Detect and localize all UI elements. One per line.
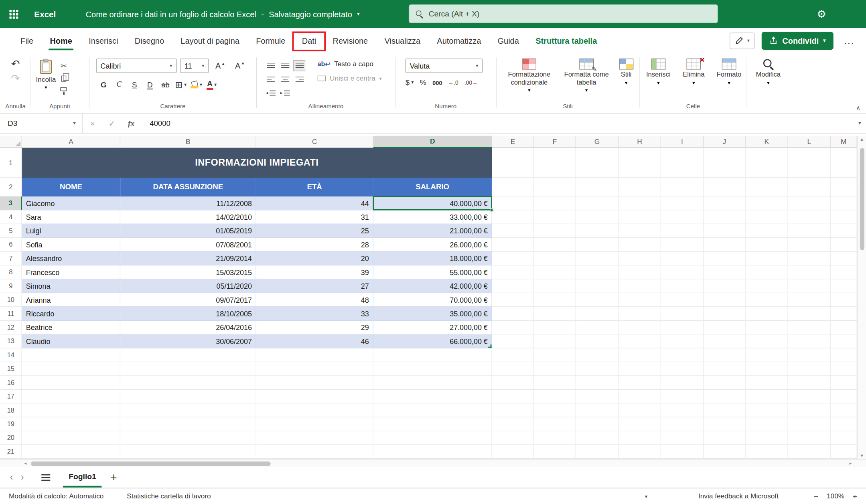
cell-F5[interactable]	[534, 224, 576, 238]
cell-H6[interactable]	[619, 238, 661, 251]
column-header-K[interactable]: K	[746, 136, 788, 148]
increase-font-button[interactable]: A▲	[212, 61, 229, 70]
cell-F4[interactable]	[534, 211, 576, 224]
underline-button[interactable]: S	[127, 78, 142, 91]
cell-C16[interactable]	[256, 376, 373, 390]
cell-C19[interactable]	[256, 417, 373, 431]
cell-I2[interactable]	[661, 178, 704, 196]
cell-F2[interactable]	[534, 178, 576, 196]
cell-F6[interactable]	[534, 238, 576, 251]
cell-L3[interactable]	[788, 196, 831, 210]
thousands-format-button[interactable]: 000	[432, 79, 442, 86]
column-header-H[interactable]: H	[619, 136, 661, 148]
cell-E3[interactable]	[492, 196, 534, 210]
row-header-20[interactable]: 20	[0, 431, 22, 445]
cell-A6[interactable]: Sofia	[22, 238, 120, 251]
row-header-18[interactable]: 18	[0, 404, 22, 417]
column-header-B[interactable]: B	[120, 136, 256, 148]
cell-L10[interactable]	[788, 293, 831, 307]
cell-M12[interactable]	[831, 321, 857, 334]
cell-C12[interactable]: 29	[256, 321, 373, 334]
fx-icon[interactable]: fx	[122, 119, 141, 128]
cell-G3[interactable]	[576, 196, 619, 210]
cell-B15[interactable]	[120, 362, 256, 376]
cell-I1[interactable]	[661, 148, 704, 178]
format-cells-button[interactable]: Formato ▾	[714, 59, 744, 102]
cell-E13[interactable]	[492, 334, 534, 348]
scroll-right-icon[interactable]: ▸	[850, 461, 852, 466]
increase-indent-button[interactable]: ▸	[279, 87, 291, 99]
cell-L8[interactable]	[788, 265, 831, 279]
cell-J20[interactable]	[704, 431, 746, 445]
cell-H7[interactable]	[619, 252, 661, 265]
cell-D4[interactable]: 33.000,00 €	[373, 211, 492, 224]
cell-M1[interactable]	[831, 148, 857, 178]
cell-F18[interactable]	[534, 404, 576, 417]
cell-L15[interactable]	[788, 362, 831, 376]
cell-D21[interactable]	[373, 445, 492, 459]
cell-C9[interactable]: 27	[256, 279, 373, 293]
expand-formula-bar-icon[interactable]: ▾	[858, 121, 861, 126]
font-size-select[interactable]: 11 ▾	[180, 59, 209, 73]
cell-I16[interactable]	[661, 376, 704, 390]
format-painter-button[interactable]	[60, 87, 67, 91]
cell-L2[interactable]	[788, 178, 831, 196]
cell-D6[interactable]: 26.000,00 €	[373, 238, 492, 251]
save-status[interactable]: Salvataggio completato	[269, 10, 352, 18]
cell-A7[interactable]: Alessandro	[22, 252, 120, 265]
cell-L1[interactable]	[788, 148, 831, 178]
cell-F17[interactable]	[534, 390, 576, 403]
cell-B19[interactable]	[120, 417, 256, 431]
cell-K6[interactable]	[746, 238, 788, 251]
cell-J11[interactable]	[704, 307, 746, 321]
cell-C18[interactable]	[256, 404, 373, 417]
cell-F9[interactable]	[534, 279, 576, 293]
cell-G2[interactable]	[576, 178, 619, 196]
cell-A3[interactable]: Giacomo	[22, 196, 120, 210]
row-header-15[interactable]: 15	[0, 362, 22, 376]
cell-K12[interactable]	[746, 321, 788, 334]
cell-H2[interactable]	[619, 178, 661, 196]
cell-C4[interactable]: 31	[256, 211, 373, 224]
next-sheet-icon[interactable]: ›	[21, 472, 24, 483]
cell-G17[interactable]	[576, 390, 619, 403]
cell-K9[interactable]	[746, 279, 788, 293]
cell-A16[interactable]	[22, 376, 120, 390]
settings-gear-icon[interactable]: ⚙	[817, 0, 826, 28]
column-header-I[interactable]: I	[661, 136, 704, 148]
status-chevron-icon[interactable]: ▾	[645, 493, 647, 499]
column-header-L[interactable]: L	[788, 136, 831, 148]
cell-H18[interactable]	[619, 404, 661, 417]
cell-I19[interactable]	[661, 417, 704, 431]
cell-M20[interactable]	[831, 431, 857, 445]
cell-H8[interactable]	[619, 265, 661, 279]
cell-L5[interactable]	[788, 224, 831, 238]
row-header-21[interactable]: 21	[0, 445, 22, 459]
cell-F14[interactable]	[534, 348, 576, 362]
tab-automatizza[interactable]: Automatizza	[429, 28, 489, 53]
bold-button[interactable]: G	[96, 78, 111, 91]
cell-A15[interactable]	[22, 362, 120, 376]
wrap-text-button[interactable]: ab↩ Testo a capo	[318, 60, 382, 68]
column-header-A[interactable]: A	[22, 136, 120, 148]
cell-B11[interactable]: 18/10/2005	[120, 307, 256, 321]
cell-L7[interactable]	[788, 252, 831, 265]
cell-J8[interactable]	[704, 265, 746, 279]
cell-D20[interactable]	[373, 431, 492, 445]
cell-H5[interactable]	[619, 224, 661, 238]
cell-J7[interactable]	[704, 252, 746, 265]
cell-G15[interactable]	[576, 362, 619, 376]
row-header-19[interactable]: 19	[0, 417, 22, 431]
cell-B13[interactable]: 30/06/2007	[120, 334, 256, 348]
share-button[interactable]: Condividi ▾	[762, 32, 833, 49]
cell-L4[interactable]	[788, 211, 831, 224]
cell-E14[interactable]	[492, 348, 534, 362]
cell-A21[interactable]	[22, 445, 120, 459]
enter-icon[interactable]: ✓	[102, 119, 122, 128]
cell-M10[interactable]	[831, 293, 857, 307]
cell-J2[interactable]	[704, 178, 746, 196]
cell-A12[interactable]: Beatrice	[22, 321, 120, 334]
cell-J13[interactable]	[704, 334, 746, 348]
row-header-17[interactable]: 17	[0, 390, 22, 403]
cell-F7[interactable]	[534, 252, 576, 265]
